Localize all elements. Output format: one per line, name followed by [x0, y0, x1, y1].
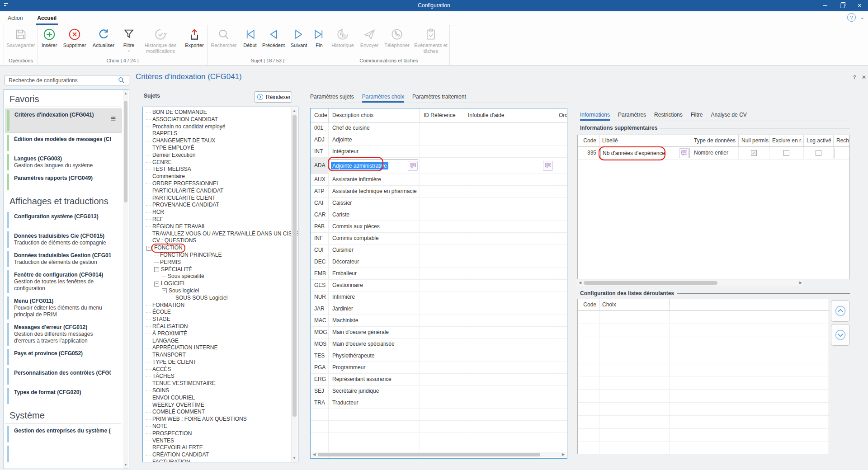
collapse-box-icon[interactable]: −: [154, 267, 159, 272]
sidebar-item-fenetre-de-configuration-cfg01[interactable]: Fenêtre de configuration (CFG014)Gestion…: [5, 269, 122, 295]
tree-item-appreciation-interne[interactable]: APPRÉCIATION INTERNE: [143, 344, 291, 352]
sidebar-item-donnees-traduisibles-gestion-c[interactable]: Données traduisibles Gestion (CFG016)Tra…: [5, 249, 122, 268]
sidebar-item-criteres-d-indexation-cfg041[interactable]: Critères d'indexation (CFG041): [5, 108, 122, 133]
scroll-left-icon[interactable]: ◀: [577, 280, 583, 286]
tree-scrollbar[interactable]: ▲ ▼: [291, 108, 297, 462]
scrollbar-thumb[interactable]: [318, 453, 540, 456]
tree-item-sous-specialite[interactable]: Sous spécialité: [143, 273, 291, 280]
pin-icon[interactable]: [852, 75, 858, 81]
sidebar-item-messages-d-erreur-cfg012[interactable]: Messages d'erreur (CFG012)Gestion des di…: [5, 321, 122, 347]
ribbon-button-suivant[interactable]: Suivant: [287, 28, 311, 48]
scroll-up-icon[interactable]: ▲: [292, 108, 297, 114]
table-row-cui[interactable]: CUICuisinier: [311, 244, 567, 256]
table-row-ada[interactable]: ADAAdjointe administrative: [311, 158, 567, 174]
table-row-pab[interactable]: PABCommis aux pièces: [311, 221, 567, 233]
tree-item-prochain-no-candidat-employe[interactable]: Prochain no candidat employé: [143, 123, 291, 131]
tree-item-recevoir-alerte[interactable]: RECEVOIR ALERTE: [143, 444, 291, 451]
tree-item-prospection[interactable]: PROSPECTION: [143, 430, 291, 437]
sidebar-item-types-de-format-cfg020[interactable]: Types de format (CFG020): [5, 386, 122, 405]
tree-item-creation-candidat[interactable]: CRÉATION CANDIDAT: [143, 451, 291, 459]
tree-item-taches[interactable]: TÂCHES: [143, 373, 291, 380]
tab-analyse-de-cv[interactable]: Analyse de CV: [711, 110, 746, 121]
tree-item-fonction-principale[interactable]: FONCTION PRINCIPALE: [143, 252, 291, 259]
scrollbar-thumb[interactable]: [584, 281, 717, 285]
table-row-dec[interactable]: DECDécorateur: [311, 256, 567, 268]
sidebar-item-personnalisation-des-controles[interactable]: Personnalisation des contrôles (CFG053): [5, 367, 122, 386]
table-row-tes[interactable]: TESPhysiothérapeute: [311, 350, 567, 362]
ribbon-tab-action[interactable]: Action: [6, 11, 24, 24]
menu-icon[interactable]: [110, 115, 117, 121]
ribbon-button-actualiser[interactable]: Actualiser: [89, 28, 118, 48]
comment-icon[interactable]: [679, 148, 689, 158]
info-hscrollbar[interactable]: ◀ ▶: [577, 280, 803, 286]
sidebar-item-edition-des-modeles-de-message[interactable]: Édition des modèles de messages (CFG0...: [5, 133, 122, 152]
tree-item-transport[interactable]: TRANSPORT: [143, 352, 291, 359]
tree-item-region-de-travail[interactable]: RÉGION DE TRAVAIL: [143, 223, 291, 230]
tree-item-sous-sous-logiciel[interactable]: SOUS SOUS Logiciel: [143, 295, 291, 302]
scroll-up-icon[interactable]: ▲: [123, 91, 128, 96]
column-header-id-reference[interactable]: ID Référence: [420, 108, 464, 122]
tree-item-prim-web-foire-aux-questions[interactable]: PRIM WEB : FOIRE AUX QUESTIONS: [143, 416, 291, 423]
tree-item-weekly-overtime[interactable]: WEEKLY OVERTIME: [143, 402, 291, 409]
tree-item-ventes[interactable]: VENTES: [143, 437, 291, 445]
tree-item-acces[interactable]: ACCÈS: [143, 366, 291, 373]
sidebar-item-menu-cfg011[interactable]: Menu (CFG011)Pouvoir éditer les éléments…: [5, 295, 122, 321]
checkbox-checked[interactable]: ✓: [751, 150, 757, 156]
column-header-rech[interactable]: Rech: [834, 135, 850, 146]
column-header-description-choix[interactable]: Description choix: [329, 108, 420, 122]
tree-item-commentaire[interactable]: Commentaire: [143, 173, 291, 180]
tree-item-genre[interactable]: GENRE: [143, 159, 291, 166]
tree-item-ref[interactable]: REF: [143, 216, 291, 223]
close-panel-icon[interactable]: ✕: [862, 74, 866, 80]
sidebar-item-configuration-systeme-cfg013[interactable]: Configuration système (CFG013): [5, 211, 122, 230]
table-row-sej[interactable]: SEJSecrétaire juridique: [311, 385, 567, 397]
tree-item-fonction[interactable]: −FONCTION: [143, 244, 291, 252]
sidebar-item-parametres-rapports-cfg049[interactable]: Paramètres rapports (CFG049): [5, 172, 122, 191]
table-row-mog[interactable]: MOGMain d'oeuvre générale: [311, 327, 567, 338]
tree-item-comble-comment[interactable]: COMBLÉ COMMENT: [143, 409, 291, 416]
search-icon[interactable]: [118, 76, 126, 85]
scrollbar-thumb[interactable]: [292, 115, 297, 417]
help-icon[interactable]: ?: [847, 13, 856, 22]
column-header-log-active[interactable]: Log activé: [804, 135, 834, 146]
table-row-cai[interactable]: CAICaissier: [311, 197, 567, 209]
tree-item-formation[interactable]: FORMATION: [143, 302, 291, 309]
minimize-button[interactable]: [816, 0, 834, 11]
table-row-inf[interactable]: INFCommis comptable: [311, 233, 567, 244]
sidebar-scrollbar[interactable]: ▲ ▼: [123, 90, 128, 469]
sidebar-item-pays-et-province-cfg052[interactable]: Pays et province (CFG052): [5, 348, 122, 367]
tree-item-type-de-client[interactable]: TYPE DE CLIENT: [143, 359, 291, 366]
tree-item-dernier-execution[interactable]: Dernier Execution: [143, 152, 291, 159]
ribbon-button-precedent[interactable]: Précédent: [260, 28, 287, 48]
choices-hscrollbar[interactable]: ◀ ▶: [311, 452, 566, 457]
collapse-box-icon[interactable]: −: [146, 246, 151, 251]
sidebar-item[interactable]: [5, 444, 122, 463]
scroll-right-icon[interactable]: ▶: [561, 452, 566, 457]
column-header-null-permis[interactable]: Null permis: [739, 135, 769, 146]
table-row-mac[interactable]: MACMachiniste: [311, 315, 567, 327]
column-header-code[interactable]: Code: [578, 135, 599, 146]
scroll-down-icon[interactable]: ▼: [123, 462, 128, 468]
tree-item-rappels[interactable]: RAPPELS: [143, 130, 291, 137]
inline-editor[interactable]: Adjointe administrative: [330, 159, 418, 172]
inline-editor[interactable]: Nb d'années d'expérience: [600, 148, 690, 158]
close-button[interactable]: ✕: [851, 0, 868, 11]
restore-button[interactable]: [834, 0, 851, 11]
tree-item-soins[interactable]: SOINS: [143, 387, 291, 395]
table-row-adj[interactable]: ADJAdjointe: [311, 134, 567, 146]
tree-item-permis[interactable]: PERMIS: [143, 259, 291, 266]
ribbon-button-filtre[interactable]: Filtre⌄: [118, 28, 139, 52]
sidebar-item-gestion-des-entreprises-du-sys[interactable]: Gestion des entreprises du système (CFG.…: [5, 425, 122, 444]
table-row-jar[interactable]: JARJardinier: [311, 303, 567, 315]
ribbon-button-supprimer[interactable]: Supprimer: [61, 28, 89, 48]
tree-item-note[interactable]: NOTE: [143, 423, 291, 430]
collapse-box-icon[interactable]: −: [162, 288, 167, 293]
tree-item-envoi-couriel[interactable]: ENVOI COURIEL: [143, 395, 291, 402]
checkbox-unchecked[interactable]: [816, 150, 821, 156]
tree-item-particularite-client[interactable]: PARTICULARITE CLIENT: [143, 195, 291, 202]
tree-item-type-employe[interactable]: TYPE EMPLOYÉ: [143, 145, 291, 152]
tree-item-ecole[interactable]: ÉCOLE: [143, 309, 291, 316]
tree-item-stage[interactable]: STAGE: [143, 316, 291, 323]
column-header-orc[interactable]: Orc: [555, 108, 567, 122]
scroll-left-icon[interactable]: ◀: [311, 452, 317, 457]
